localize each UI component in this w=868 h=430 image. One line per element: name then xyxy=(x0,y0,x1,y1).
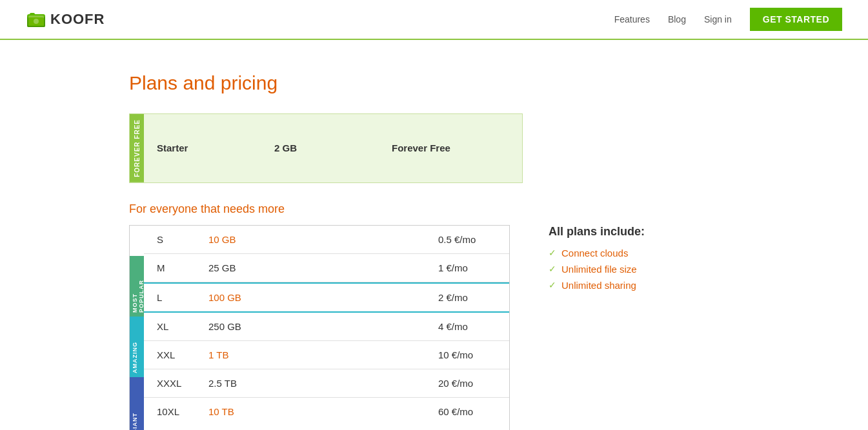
main-content: Plans and pricing FOREVER FREE Starter 2… xyxy=(0,40,868,430)
logo-text: KOOFR xyxy=(50,11,105,28)
table-inner: MOST POPULAR AMAZING GIANT S xyxy=(130,226,509,430)
plan-name: XXXL xyxy=(157,378,208,389)
pricing-table-container: MOST POPULAR AMAZING GIANT S xyxy=(129,225,842,430)
plan-price: 60 €/mo xyxy=(438,406,496,417)
pricing-table: MOST POPULAR AMAZING GIANT S xyxy=(129,225,510,430)
forever-free-badge: FOREVER FREE xyxy=(130,114,144,182)
nav-links: Features Blog Sign in GET STARTED xyxy=(614,8,842,31)
includes-item: ✓ Unlimited sharing xyxy=(549,280,678,291)
navbar: KOOFR Features Blog Sign in GET STARTED xyxy=(0,0,868,40)
includes-section: All plans include: ✓ Connect clouds ✓ Un… xyxy=(549,225,678,296)
includes-unlimited-file-size: Unlimited file size xyxy=(561,264,637,275)
check-icon: ✓ xyxy=(549,264,556,274)
plan-storage: 100 GB xyxy=(208,292,438,303)
plan-price: 2 €/mo xyxy=(438,292,496,303)
nav-signin[interactable]: Sign in xyxy=(704,14,732,24)
plan-storage: 2.5 TB xyxy=(208,378,438,389)
badge-giant: GIANT xyxy=(130,377,144,430)
svg-point-5 xyxy=(34,19,39,24)
includes-item: ✓ Connect clouds xyxy=(549,248,678,259)
logo[interactable]: KOOFR xyxy=(26,9,105,30)
plan-name: S xyxy=(157,234,208,245)
plan-name: XXL xyxy=(157,349,208,360)
plan-price: 20 €/mo xyxy=(438,378,496,389)
includes-title: All plans include: xyxy=(549,225,678,239)
table-row[interactable]: S 10 GB 0.5 €/mo xyxy=(144,226,509,254)
plan-name: L xyxy=(157,292,208,303)
page-title: Plans and pricing xyxy=(129,72,842,94)
badge-s xyxy=(130,226,144,256)
plan-storage: 1 TB xyxy=(208,349,438,360)
plan-price: 4 €/mo xyxy=(438,321,496,332)
starter-price: Forever Free xyxy=(392,142,509,153)
table-row[interactable]: M 25 GB 1 €/mo xyxy=(144,254,509,282)
plan-storage: 250 GB xyxy=(208,321,438,332)
table-row[interactable]: L 100 GB 2 €/mo xyxy=(144,282,509,313)
badges-col: MOST POPULAR AMAZING GIANT xyxy=(130,226,144,430)
plan-name: M xyxy=(157,262,208,273)
plan-name: XL xyxy=(157,321,208,332)
starter-storage: 2 GB xyxy=(274,142,392,153)
koofr-logo-icon xyxy=(26,9,46,30)
nav-blog[interactable]: Blog xyxy=(668,14,686,24)
table-row[interactable]: XXXL 2.5 TB 20 €/mo xyxy=(144,369,509,398)
plan-storage: 10 TB xyxy=(208,406,438,417)
starter-row: Starter 2 GB Forever Free xyxy=(144,114,522,182)
rows-col: S 10 GB 0.5 €/mo M 25 GB 1 €/mo L 100 GB xyxy=(144,226,509,430)
plan-name: 10XL xyxy=(157,406,208,417)
nav-features[interactable]: Features xyxy=(614,14,650,24)
badge-most-popular: MOST POPULAR xyxy=(130,256,144,317)
plan-storage: 25 GB xyxy=(208,262,438,273)
plan-storage: 10 GB xyxy=(208,234,438,245)
get-started-button[interactable]: GET STARTED xyxy=(750,8,842,31)
includes-unlimited-sharing: Unlimited sharing xyxy=(561,280,636,291)
badge-amazing: AMAZING xyxy=(130,317,144,377)
includes-item: ✓ Unlimited file size xyxy=(549,264,678,275)
table-row[interactable]: XL 250 GB 4 €/mo xyxy=(144,313,509,341)
plan-price: 10 €/mo xyxy=(438,349,496,360)
starter-plan: FOREVER FREE Starter 2 GB Forever Free xyxy=(129,113,523,183)
starter-label: Starter xyxy=(157,142,274,153)
table-row[interactable]: XXL 1 TB 10 €/mo xyxy=(144,341,509,369)
plan-price: 0.5 €/mo xyxy=(438,234,496,245)
check-icon: ✓ xyxy=(549,248,556,258)
table-row[interactable]: 10XL 10 TB 60 €/mo xyxy=(144,398,509,425)
check-icon: ✓ xyxy=(549,280,556,290)
for-everyone-label: For everyone that needs more xyxy=(129,202,842,216)
includes-connect-clouds: Connect clouds xyxy=(561,248,628,259)
plan-price: 1 €/mo xyxy=(438,262,496,273)
